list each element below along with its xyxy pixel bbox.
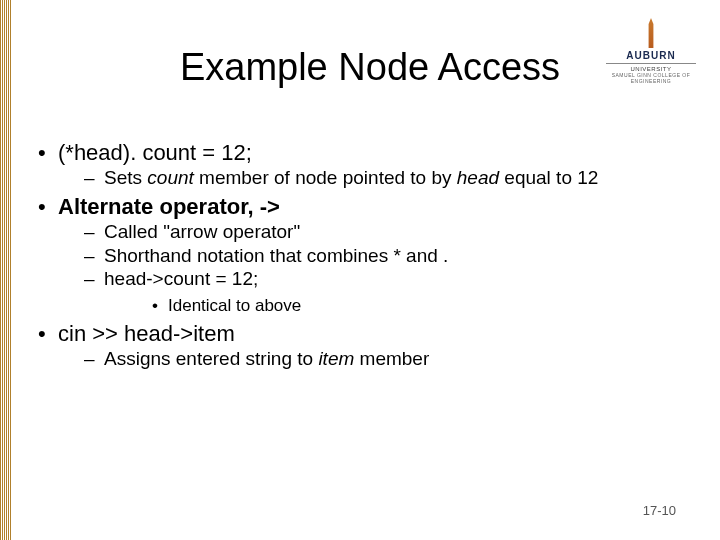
bullet-3: cin >> head->item Assigns entered string…	[30, 321, 690, 371]
tower-icon	[643, 18, 659, 48]
bullet-2-3: head->count = 12; Identical to above	[58, 267, 690, 317]
bullet-2-3-text: head->count = 12;	[104, 268, 258, 289]
bullet-3-text: cin >> head->item	[58, 321, 235, 346]
bullet-3-1-item: item	[318, 348, 354, 369]
bullet-1-1-c: equal to 12	[499, 167, 598, 188]
bullet-3-1-b: member	[354, 348, 429, 369]
bullet-1-1-a: Sets	[104, 167, 147, 188]
bullet-2-1: Called "arrow operator"	[58, 220, 690, 244]
bullet-1-1-count: count	[147, 167, 193, 188]
bullet-2-3-1: Identical to above	[104, 295, 690, 317]
slide-number: 17-10	[643, 503, 676, 518]
bullet-1-1-head: head	[457, 167, 499, 188]
bullet-2-2: Shorthand notation that combines * and .	[58, 244, 690, 268]
bullet-1-1: Sets count member of node pointed to by …	[58, 166, 690, 190]
bullet-2-text: Alternate operator, ->	[58, 194, 280, 219]
bullet-3-1-a: Assigns entered string to	[104, 348, 318, 369]
slide-content: (*head). count = 12; Sets count member o…	[30, 140, 690, 375]
bullet-1: (*head). count = 12; Sets count member o…	[30, 140, 690, 190]
bullet-1-text: (*head). count = 12;	[58, 140, 252, 165]
bullet-3-1: Assigns entered string to item member	[58, 347, 690, 371]
slide-title: Example Node Access	[0, 46, 720, 89]
bullet-1-1-b: member of node pointed to by	[194, 167, 457, 188]
bullet-2: Alternate operator, -> Called "arrow ope…	[30, 194, 690, 317]
